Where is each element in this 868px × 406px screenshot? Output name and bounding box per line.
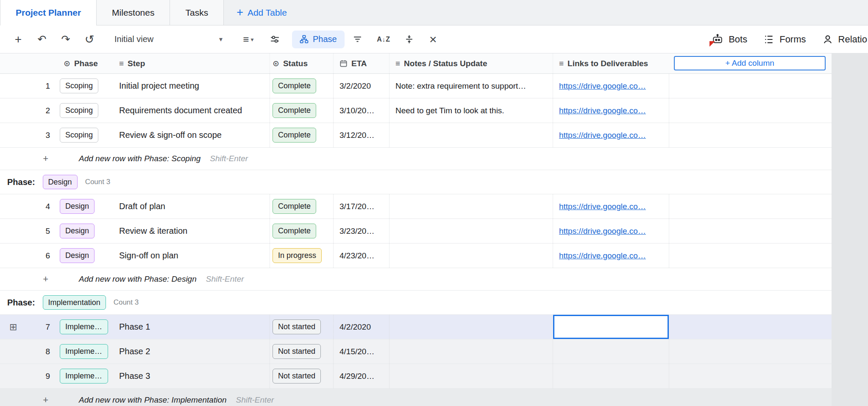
column-header-step[interactable]: ≡ Step	[113, 53, 270, 73]
add-table-button[interactable]: + Add Table	[234, 0, 289, 25]
group-by-phase-button[interactable]: Phase	[292, 31, 345, 48]
phase-cell[interactable]: Design	[58, 194, 113, 218]
status-cell[interactable]: Not started	[270, 364, 333, 388]
links-cell[interactable]: https://drive.google.co…	[553, 194, 669, 218]
eta-cell[interactable]: 4/2/2020	[333, 315, 389, 339]
notes-cell[interactable]: Note: extra requirement to support…	[389, 74, 553, 98]
links-cell[interactable]: https://drive.google.co…	[553, 123, 669, 147]
expand-record-icon[interactable]: ⊞	[9, 322, 17, 333]
hide-fields-button[interactable]	[265, 30, 284, 49]
status-cell[interactable]: Complete	[270, 98, 333, 123]
eta-cell[interactable]: 4/23/20…	[333, 244, 389, 268]
eta-cell[interactable]: 4/29/20…	[333, 364, 389, 388]
row-number-cell[interactable]: 2	[0, 98, 58, 123]
add-column-button[interactable]: + Add column	[674, 56, 826, 70]
tab-milestones[interactable]: Milestones	[97, 0, 170, 25]
eta-cell[interactable]: 3/12/20…	[333, 123, 389, 147]
bots-button[interactable]: Bots	[712, 34, 747, 45]
deliverable-link[interactable]: https://drive.google.co…	[559, 202, 646, 211]
links-cell[interactable]: https://drive.google.co…	[553, 74, 669, 98]
phase-cell[interactable]: Design	[58, 244, 113, 268]
notes-cell[interactable]	[389, 315, 553, 339]
redo-button[interactable]: ↷	[56, 30, 75, 49]
status-cell[interactable]: Not started	[270, 315, 333, 339]
view-selector[interactable]: Initial view ▾	[110, 30, 227, 49]
links-cell[interactable]	[553, 339, 669, 364]
phase-cell[interactable]: Design	[58, 219, 113, 243]
phase-cell[interactable]: Scoping	[58, 123, 113, 147]
row-number-cell[interactable]: 6	[0, 244, 58, 268]
step-cell[interactable]: Phase 3	[113, 364, 270, 388]
phase-cell[interactable]: Scoping	[58, 74, 113, 98]
notes-cell[interactable]	[389, 123, 553, 147]
links-cell[interactable]: https://drive.google.co…	[553, 98, 669, 123]
notes-cell[interactable]	[389, 339, 553, 364]
links-cell[interactable]: https://drive.google.co…	[553, 244, 669, 268]
group-header-design[interactable]: Phase: Design Count 3	[0, 170, 832, 194]
column-header-phase[interactable]: ⊙ Phase	[58, 53, 113, 73]
status-cell[interactable]: Not started	[270, 339, 333, 364]
column-header-links[interactable]: ≡ Links to Deliverables	[553, 53, 669, 73]
deliverable-link[interactable]: https://drive.google.co…	[559, 81, 646, 91]
history-button[interactable]: ↺	[80, 30, 99, 49]
eta-cell[interactable]: 4/15/20…	[333, 339, 389, 364]
row-height-button[interactable]: ≡ ▾	[236, 30, 261, 49]
sort-button[interactable]: A↓Z	[372, 30, 395, 49]
deliverable-link[interactable]: https://drive.google.co…	[559, 131, 646, 140]
add-row-design[interactable]: + Add new row with Phase: Design Shift-E…	[0, 268, 832, 291]
phase-cell[interactable]: Implementation	[58, 364, 113, 388]
eta-cell[interactable]: 3/2/2020	[333, 74, 389, 98]
step-cell[interactable]: Phase 1	[113, 315, 270, 339]
add-row-implementation[interactable]: + Add new row with Phase: Implementation…	[0, 389, 832, 406]
forms-button[interactable]: Forms	[763, 34, 806, 45]
selected-cell[interactable]	[553, 315, 669, 339]
status-cell[interactable]: Complete	[270, 219, 333, 243]
row-number-cell[interactable]: 4	[0, 194, 58, 218]
tab-project-planner[interactable]: Project Planner	[0, 0, 97, 25]
undo-button[interactable]: ↶	[32, 30, 52, 49]
step-cell[interactable]: Draft of plan	[113, 194, 270, 218]
step-cell[interactable]: Sign-off on plan	[113, 244, 270, 268]
step-cell[interactable]: Review & sign-off on scope	[113, 123, 270, 147]
row-number-cell[interactable]: ⊞ 7	[0, 315, 58, 339]
add-row-button[interactable]: +	[8, 30, 28, 49]
row-number-cell[interactable]: 9	[0, 364, 58, 388]
add-row-scoping[interactable]: + Add new row with Phase: Scoping Shift-…	[0, 148, 832, 170]
status-cell[interactable]: In progress	[270, 244, 333, 268]
notes-cell[interactable]	[389, 219, 553, 243]
eta-cell[interactable]: 3/17/20…	[333, 194, 389, 218]
status-cell[interactable]: Complete	[270, 194, 333, 218]
row-number-cell[interactable]: 3	[0, 123, 58, 147]
tab-tasks[interactable]: Tasks	[170, 0, 224, 25]
row-number-cell[interactable]: 5	[0, 219, 58, 243]
close-grouping-button[interactable]: ×	[423, 30, 443, 49]
status-cell[interactable]: Complete	[270, 74, 333, 98]
filter-button[interactable]	[348, 30, 367, 49]
phase-cell[interactable]: Scoping	[58, 98, 113, 123]
links-cell[interactable]: https://drive.google.co…	[553, 219, 669, 243]
eta-cell[interactable]: 3/23/20…	[333, 219, 389, 243]
deliverable-link[interactable]: https://drive.google.co…	[559, 251, 646, 260]
deliverable-link[interactable]: https://drive.google.co…	[559, 106, 646, 115]
notes-cell[interactable]	[389, 364, 553, 388]
relationships-button[interactable]: Relatio	[822, 34, 867, 45]
column-header-status[interactable]: ⊙ Status	[270, 53, 333, 73]
notes-cell[interactable]	[389, 194, 553, 218]
phase-cell[interactable]: Implementation	[58, 339, 113, 364]
step-cell[interactable]: Initial project meeting	[113, 74, 270, 98]
step-cell[interactable]: Review & iteration	[113, 219, 270, 243]
phase-cell[interactable]: Implementation	[58, 315, 113, 339]
row-number-cell[interactable]: 1	[0, 74, 58, 98]
step-cell[interactable]: Requirements document created	[113, 98, 270, 123]
deliverable-link[interactable]: https://drive.google.co…	[559, 227, 646, 236]
step-cell[interactable]: Phase 2	[113, 339, 270, 364]
column-header-eta[interactable]: ETA	[333, 53, 389, 73]
status-cell[interactable]: Complete	[270, 123, 333, 147]
notes-cell[interactable]	[389, 244, 553, 268]
column-header-notes[interactable]: ≡ Notes / Status Update	[389, 53, 553, 73]
eta-cell[interactable]: 3/10/20…	[333, 98, 389, 123]
group-header-implementation[interactable]: Phase: Implementation Count 3	[0, 291, 832, 315]
links-cell[interactable]	[553, 364, 669, 388]
collapse-groups-button[interactable]	[400, 30, 419, 49]
notes-cell[interactable]: Need to get Tim to look at this.	[389, 98, 553, 123]
